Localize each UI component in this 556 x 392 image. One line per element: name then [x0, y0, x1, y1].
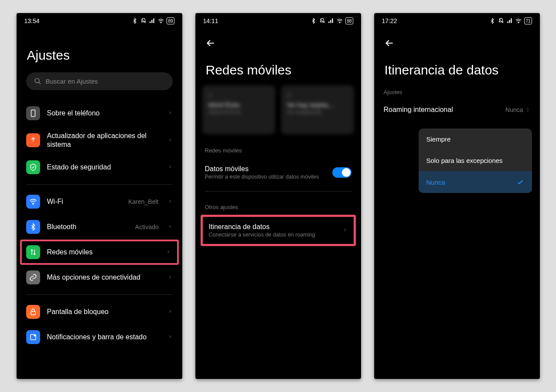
mobile-networks-screen: 14:11 88 Redes móviles ▯ Móvil Éxito 305… [195, 13, 361, 379]
link-icon [26, 270, 40, 284]
bluetooth-status-icon [132, 18, 138, 24]
chevron-right-icon [167, 308, 173, 316]
roaming-dropdown-popup: Siempre Solo para las excepciones Nunca [419, 128, 532, 193]
international-roaming-row[interactable]: Roaming internacional Nunca [374, 100, 540, 120]
row-label: Roaming internacional [384, 106, 453, 114]
signal-icon [149, 18, 155, 24]
data-roaming-screen: 17:22 71 Itinerancia de datos Ajustes Ro… [374, 13, 540, 379]
status-bar: 17:22 71 [374, 13, 540, 26]
status-icons: 88 [310, 17, 353, 24]
mobile-networks-row[interactable]: Redes móviles [20, 240, 179, 265]
chevron-right-icon [167, 163, 173, 171]
wifi-value: Karen_Belt [128, 198, 158, 205]
wifi-icon [26, 195, 40, 209]
signal-icon [507, 18, 513, 24]
status-icons: 89 [132, 17, 174, 24]
chevron-right-icon [167, 198, 173, 206]
system-updater-row[interactable]: Actualizador de aplicaciones del sistema [17, 126, 182, 155]
bluetooth-value: Activado [135, 223, 159, 230]
chevron-right-icon [167, 274, 173, 281]
dropdown-value: Nunca [505, 106, 530, 113]
phone-info-icon [26, 106, 40, 120]
bluetooth-icon [26, 220, 40, 234]
search-input[interactable]: Buscar en Ajustes [26, 72, 173, 90]
svg-point-0 [35, 78, 39, 83]
notifications-row[interactable]: Notificaciones y barra de estado [17, 324, 182, 350]
chevron-right-icon [167, 333, 173, 341]
status-bar: 14:11 88 [195, 13, 361, 26]
page-title: Itinerancia de datos [374, 51, 540, 85]
wifi-status-icon [337, 18, 343, 24]
page-title: Ajustes [17, 26, 182, 71]
more-connectivity-row[interactable]: Más opciones de conectividad [17, 265, 182, 290]
option-never[interactable]: Nunca [419, 171, 532, 193]
settings-screen: 13:54 89 Ajustes Buscar en Ajustes Sobre… [17, 13, 182, 379]
sim-card-1[interactable]: ▯ Móvil Éxito 305XXXXXXX [202, 85, 275, 134]
update-icon [26, 133, 40, 147]
notifications-icon [26, 330, 40, 344]
option-always[interactable]: Siempre [419, 128, 532, 150]
wifi-status-icon [158, 18, 164, 24]
mute-icon [140, 18, 147, 24]
security-status-row[interactable]: Estado de seguridad [17, 155, 182, 180]
data-roaming-highlight: Itinerancia de datos Conectarse a servic… [201, 215, 356, 246]
lock-icon [26, 305, 40, 319]
section-header: Redes móviles [195, 139, 361, 158]
mute-icon [498, 18, 504, 24]
svg-point-4 [34, 335, 36, 337]
mobile-data-toggle[interactable] [332, 167, 351, 178]
chevron-right-icon [342, 226, 348, 234]
chevron-right-icon [167, 109, 173, 117]
sim-cards: ▯ Móvil Éxito 305XXXXXXX ▯ No hay tarjet… [195, 85, 361, 139]
clock: 17:22 [382, 17, 397, 24]
divider [26, 184, 173, 185]
data-roaming-row[interactable]: Itinerancia de datos Conectarse a servic… [203, 217, 354, 244]
lock-screen-row[interactable]: Pantalla de bloqueo [17, 299, 182, 324]
mute-icon [319, 18, 325, 24]
search-icon [34, 78, 41, 85]
search-placeholder: Buscar en Ajustes [46, 78, 98, 85]
status-bar: 13:54 89 [17, 13, 182, 26]
section-header: Otros ajustes [195, 196, 361, 215]
updown-icon [525, 107, 530, 112]
shield-icon [26, 160, 40, 174]
status-icons: 71 [489, 17, 532, 24]
clock: 14:11 [203, 17, 218, 24]
battery-icon: 89 [167, 17, 174, 24]
divider [205, 191, 351, 192]
svg-rect-1 [31, 110, 35, 117]
clock: 13:54 [24, 17, 40, 24]
sim-card-2[interactable]: ▯ No hay tarjeta... No establecido [281, 85, 354, 134]
check-icon [516, 178, 524, 186]
svg-rect-2 [31, 311, 35, 315]
bluetooth-row[interactable]: Bluetooth Activado [17, 214, 182, 240]
back-button[interactable] [195, 26, 216, 51]
bluetooth-status-icon [489, 18, 495, 24]
back-button[interactable] [374, 26, 395, 51]
chevron-right-icon [167, 136, 173, 144]
about-phone-row[interactable]: Sobre el teléfono [17, 101, 182, 126]
wifi-status-icon [515, 18, 522, 24]
wifi-row[interactable]: Wi-Fi Karen_Belt [17, 189, 182, 214]
mobile-data-row[interactable]: Datos móviles Permitir a este dispositiv… [195, 158, 361, 187]
signal-icon [328, 18, 334, 24]
bluetooth-status-icon [310, 18, 317, 24]
chevron-right-icon [167, 223, 173, 231]
chevron-right-icon [166, 248, 171, 256]
section-header: Ajustes [374, 85, 540, 100]
page-title: Redes móviles [195, 51, 361, 85]
battery-icon: 71 [524, 17, 532, 24]
divider [26, 294, 173, 295]
option-exceptions[interactable]: Solo para las excepciones [419, 150, 532, 171]
battery-icon: 88 [345, 17, 353, 24]
mobile-data-icon [26, 245, 40, 259]
